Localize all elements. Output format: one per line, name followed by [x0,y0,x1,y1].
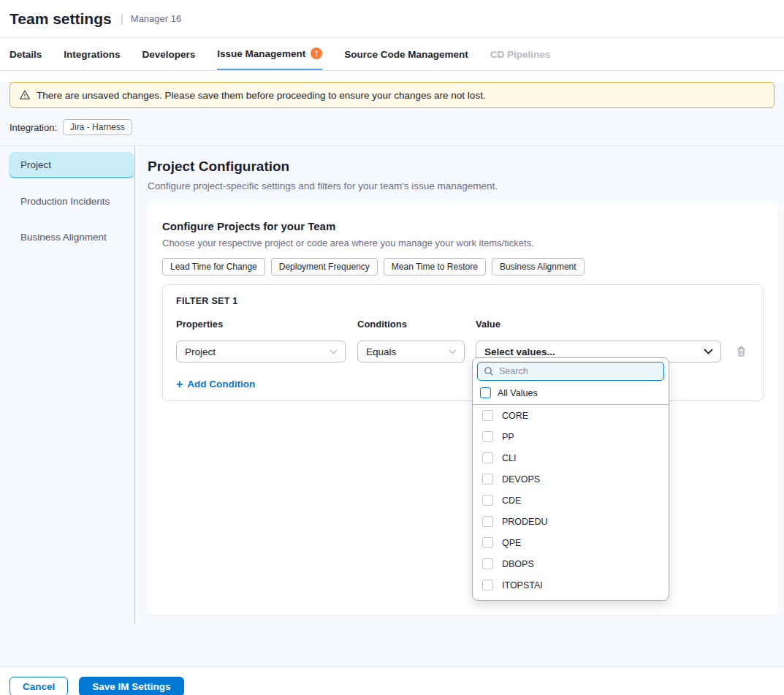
dropdown-option[interactable]: PRODEDU [473,511,669,532]
warning-triangle-icon [19,89,31,101]
conditions-column-label: Conditions [357,319,476,330]
option-label: ITOPSTAI [502,580,543,590]
sidebar-item[interactable]: Production Incidents [9,188,134,214]
dropdown-option[interactable]: CDE [473,490,669,511]
tab-label: Issue Management [217,48,305,59]
dropdown-option[interactable]: PIPE [473,596,669,601]
team-settings-page: Team settings | Manager 16 Details Integ… [0,0,784,695]
properties-select-value: Project [185,346,216,357]
dropdown-option[interactable]: PP [473,426,669,447]
configure-projects-card: Configure Projects for your Team Choose … [148,202,778,615]
option-checkbox[interactable] [482,452,493,463]
integration-row: Integration: Jira - Harness [9,119,775,135]
add-condition-label: Add Condition [187,379,255,390]
filter-set-1: FILTER SET 1 Properties Conditions Value… [162,284,764,401]
sidebar-item-label: Project [20,159,51,170]
option-label: PRODEDU [502,517,548,527]
metric-chip[interactable]: Business Alignment [492,258,585,276]
value-column-label: Value [476,319,501,330]
option-checkbox[interactable] [482,410,493,421]
integration-chip[interactable]: Jira - Harness [63,119,132,135]
tab-label: Developers [142,49,196,60]
dropdown-option[interactable]: DBOPS [473,553,669,574]
metric-chips: Lead Time for Change Deployment Frequenc… [162,258,764,276]
dropdown-option[interactable]: QPE [473,532,669,553]
plus-icon: + [176,379,183,390]
team-name-label: Manager 16 [131,13,181,24]
option-checkbox[interactable] [482,495,493,506]
tab[interactable]: Integrations [64,38,120,70]
card-title: Configure Projects for your Team [162,219,764,233]
properties-column-label: Properties [176,319,357,330]
option-checkbox[interactable] [482,431,493,442]
tab[interactable]: Details [9,38,42,70]
main-panel: Project Configuration Configure project-… [135,146,784,623]
metric-chip[interactable]: Lead Time for Change [162,258,265,276]
option-label: PP [502,432,514,442]
value-select-placeholder: Select values... [484,346,555,357]
all-values-checkbox[interactable] [480,387,491,398]
cancel-button[interactable]: Cancel [9,677,68,695]
section-title: Project Configuration [148,158,778,175]
option-checkbox[interactable] [482,474,493,485]
page-footer: Cancel Save IM Settings [0,666,784,695]
unsaved-changes-banner: There are unsaved changes. Please save t… [9,82,775,108]
title-separator: | [121,12,123,26]
sidebar-item[interactable]: Business Alignment [9,224,134,250]
option-label: QPE [502,538,521,548]
tab-label: Source Code Management [344,49,468,60]
tab-label: CD Pipelines [490,49,551,60]
option-checkbox[interactable] [482,558,493,569]
tab[interactable]: Issue Management ! [217,38,322,70]
tab[interactable]: CD Pipelines [490,38,551,70]
dropdown-option[interactable]: CLI [473,447,669,468]
option-label: CLI [502,453,516,463]
page-header: Team settings | Manager 16 [0,0,784,38]
tab[interactable]: Developers [142,38,196,70]
conditions-select-value: Equals [366,346,396,357]
option-label: DEVOPS [502,474,540,485]
warning-badge: ! [311,48,322,59]
filter-set-title: FILTER SET 1 [176,295,750,307]
option-label: DBOPS [502,559,534,569]
sidebar-item-label: Business Alignment [20,232,107,243]
sidebar-item-label: Production Incidents [20,196,110,207]
all-values-label: All Values [498,388,538,398]
all-values-option[interactable]: All Values [473,381,669,405]
dropdown-option[interactable]: DEVOPS [473,468,669,490]
option-label: CDE [502,495,521,506]
metric-chip[interactable]: Deployment Frequency [271,258,378,276]
option-checkbox[interactable] [482,516,493,527]
save-im-settings-button[interactable]: Save IM Settings [79,677,183,695]
dropdown-option[interactable]: CORE [473,405,669,426]
sidebar-item[interactable]: Project [9,152,134,178]
value-dropdown-panel: Search All Values CORE PP CLI [472,357,669,601]
card-subtitle: Choose your respective project or code a… [162,238,764,249]
tab-label: Details [9,49,42,60]
section-subtitle: Configure project-specific settings and … [148,180,778,192]
filter-column-labels: Properties Conditions Value [176,319,750,330]
page-title: Team settings [9,10,112,28]
dropdown-search-input[interactable]: Search [477,362,664,381]
dropdown-option[interactable]: ITOPSTAI [473,574,669,596]
properties-select[interactable]: Project [176,341,346,362]
search-icon [484,366,494,376]
settings-sidebar: Project Production Incidents Business Al… [0,146,135,623]
chevron-down-icon [449,349,457,354]
tab-bar: Details Integrations Developers Issue Ma… [0,38,784,71]
tab[interactable]: Source Code Management [344,38,468,70]
delete-condition-button[interactable] [736,346,747,357]
banner-text: There are unsaved changes. Please save t… [37,90,486,101]
option-checkbox[interactable] [482,580,493,590]
conditions-select[interactable]: Equals [357,341,465,362]
chevron-down-icon [330,349,338,354]
metric-chip[interactable]: Mean Time to Restore [384,258,486,276]
search-placeholder: Search [499,366,528,376]
tab-label: Integrations [64,49,120,60]
integration-label: Integration: [9,122,57,133]
dropdown-options-list: CORE PP CLI DEVOPS [473,405,669,601]
option-label: CORE [502,411,528,421]
option-checkbox[interactable] [482,537,493,548]
chevron-down-icon [704,349,713,354]
